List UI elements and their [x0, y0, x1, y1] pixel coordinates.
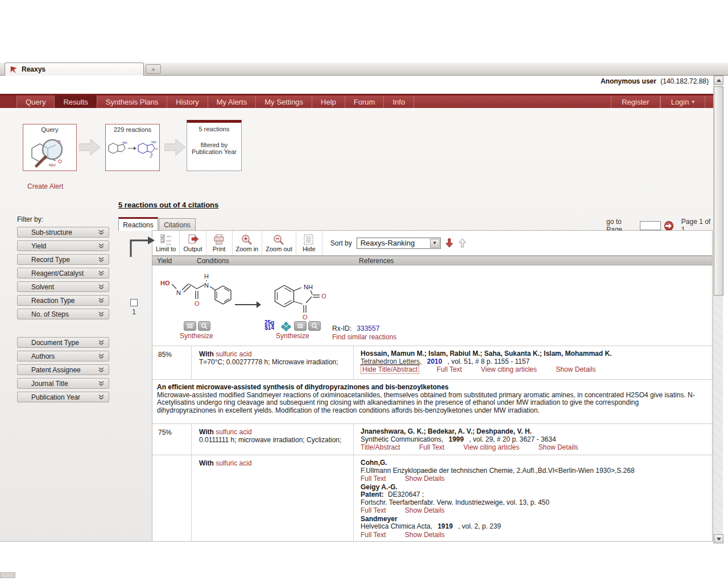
hide-title-abstract-link[interactable]: Hide Title/Abstract — [361, 365, 419, 374]
hide-list-icon — [303, 234, 315, 245]
vertical-scrollbar[interactable] — [713, 76, 723, 543]
select-dropdown-button[interactable]: ▼ — [430, 239, 440, 248]
history-step-query[interactable]: Query O O NH — [23, 124, 77, 171]
create-alert-link[interactable]: Create Alert — [27, 182, 63, 190]
zoom-out-button[interactable]: Zoom out — [262, 231, 296, 255]
abstract-title: An efficient microwave-assisted synthesi… — [157, 383, 701, 391]
full-text-link[interactable]: Full Text — [361, 506, 386, 514]
new-tab-button[interactable]: + — [146, 64, 161, 74]
results-summary-link[interactable]: 5 reactions out of 4 citations — [118, 201, 218, 209]
yield-cell — [152, 455, 191, 541]
find-similar-reactions-link[interactable]: Find similar reactions — [332, 333, 396, 341]
rx-id-block: Rx-ID: 333557 Find similar reactions — [332, 325, 396, 341]
filter-button-reaction-type[interactable]: Reaction Type — [17, 295, 109, 306]
title-abstract-link[interactable]: Title/Abstract — [361, 443, 400, 451]
synthesize-link-product[interactable]: Synthesize — [276, 332, 309, 340]
reaction-row: HO N O H N — [152, 265, 712, 346]
nav-item-my-settings[interactable]: My Settings — [256, 95, 312, 108]
result-detail-row: 75% With sulfuric acid 0.0111111 h; micr… — [152, 423, 712, 455]
show-details-link[interactable]: Show Details — [405, 531, 445, 539]
journal-link[interactable]: Tetrahedron Letters, — [361, 357, 421, 365]
svg-text:NH: NH — [304, 284, 313, 290]
nav-item-info[interactable]: Info — [384, 95, 414, 108]
reaction-scheme-thumbnail: NH NH O O — [106, 138, 159, 160]
zoom-in-button[interactable]: Zoom in — [233, 231, 263, 255]
browser-tab-reaxys[interactable]: Reaxys — [5, 63, 144, 76]
full-text-link[interactable]: Full Text — [437, 365, 462, 373]
limit-to-button[interactable]: Limit to — [152, 231, 180, 255]
view-citing-articles-link[interactable]: View citing articles — [481, 365, 537, 373]
scroll-down-button[interactable] — [714, 534, 723, 543]
view-citing-articles-link[interactable]: View citing articles — [464, 443, 519, 451]
nav-item-my-alerts[interactable]: My Alerts — [208, 95, 256, 108]
results-table: HO N O H N — [152, 265, 713, 542]
conditions-cell: With sulfuric acid T=70°C; 0.00277778 h;… — [191, 346, 353, 379]
show-details-link[interactable]: Show Details — [539, 443, 578, 451]
reagent-link[interactable]: sulfuric acid — [216, 428, 251, 436]
export-document-icon — [187, 234, 198, 245]
show-details-link[interactable]: Show Details — [556, 365, 595, 373]
synthesize-link-reactant[interactable]: Synthesize — [180, 332, 213, 340]
filter-button-document-type[interactable]: Document Type — [17, 337, 109, 348]
full-text-link[interactable]: Full Text — [419, 443, 444, 451]
browser-tab-title: Reaxys — [22, 65, 46, 73]
result-detail-row: 85% With sulfuric acid T=70°C; 0.0027777… — [152, 346, 712, 379]
scroll-up-button[interactable] — [714, 76, 723, 85]
sort-by-label: Sort by — [330, 239, 352, 247]
history-step-229-reactions[interactable]: 229 reactions NH NH O O — [105, 124, 160, 171]
filter-button-sub-structure[interactable]: Sub-structure — [17, 227, 109, 238]
lattice-diamond-icon[interactable] — [280, 321, 292, 331]
nav-item-results[interactable]: Results — [55, 95, 97, 108]
sort-ascending-button[interactable] — [458, 238, 467, 248]
reactant-search-button[interactable] — [198, 321, 210, 331]
authors: Jnaneshwara, G. K.; Bedekar, A. V.; Desh… — [361, 428, 709, 436]
show-details-link[interactable]: Show Details — [405, 475, 445, 483]
nav-item-register[interactable]: Register — [611, 95, 660, 108]
filter-button-authors[interactable]: Authors — [17, 351, 109, 361]
tab-reactions[interactable]: Reactions — [118, 217, 158, 231]
print-button[interactable]: Print — [206, 231, 233, 255]
goto-page-button[interactable] — [664, 221, 673, 231]
nav-item-help[interactable]: Help — [312, 95, 345, 108]
history-step-filtered[interactable]: 5 reactions filtered by Publication Year — [187, 120, 242, 171]
year-link[interactable]: 2010 — [427, 357, 442, 365]
yield-cell: 75% — [152, 424, 191, 455]
reagent-link[interactable]: sulfuric acid — [216, 350, 251, 358]
commercial-availability[interactable]: 25g $14 — [264, 320, 274, 330]
query-structure-thumbnail: O O NH — [27, 134, 73, 169]
filter-by-title: Filter by: — [17, 215, 43, 223]
sort-descending-button[interactable] — [445, 238, 454, 248]
reactant-details-button[interactable] — [184, 321, 196, 331]
filter-button-journal-title[interactable]: Journal Title — [17, 378, 109, 389]
double-chevron-down-icon — [98, 394, 104, 400]
filter-button-solvent[interactable]: Solvent — [17, 281, 109, 292]
product-search-button[interactable] — [308, 321, 321, 331]
tab-citations[interactable]: Citations — [159, 218, 196, 231]
rx-id-value[interactable]: 333557 — [357, 325, 379, 332]
scrollbar-thumb[interactable] — [714, 86, 723, 296]
product-details-button[interactable] — [294, 321, 307, 331]
full-text-link[interactable]: Full Text — [361, 475, 386, 483]
double-chevron-down-icon — [98, 257, 104, 262]
nav-item-synthesis-plans[interactable]: Synthesis Plans — [97, 95, 168, 108]
goto-page-input[interactable] — [640, 221, 661, 230]
nav-item-forum[interactable]: Forum — [345, 95, 384, 108]
filter-button-reagent-catalyst[interactable]: Reagent/Catalyst — [17, 268, 109, 278]
full-text-link[interactable]: Full Text — [361, 531, 386, 539]
filter-button-yield[interactable]: Yield — [17, 240, 109, 251]
filter-button-publication-year[interactable]: Publication Year — [17, 392, 109, 402]
citation-detail: Fortschr. Teerfarbenfabr. Verw. Industri… — [361, 499, 709, 507]
row-select-checkbox[interactable] — [130, 299, 138, 306]
nav-item-login[interactable]: Login ▾ — [660, 95, 705, 108]
sort-select[interactable]: Reaxys-Ranking ▼ — [357, 238, 441, 249]
filter-button-no-of-steps[interactable]: No. of Steps — [17, 309, 109, 319]
show-details-link[interactable]: Show Details — [405, 506, 445, 514]
output-button[interactable]: Output — [180, 231, 206, 255]
nav-item-history[interactable]: History — [167, 95, 208, 108]
filter-button-patent-assignee[interactable]: Patent Assignee — [17, 364, 109, 375]
reagent-link[interactable]: sulfuric acid — [216, 459, 251, 467]
abstract-row: An efficient microwave-assisted synthesi… — [152, 379, 712, 423]
nav-item-query[interactable]: Query — [17, 95, 55, 108]
filter-button-record-type[interactable]: Record Type — [17, 254, 109, 265]
hide-button[interactable]: Hide — [296, 231, 322, 255]
